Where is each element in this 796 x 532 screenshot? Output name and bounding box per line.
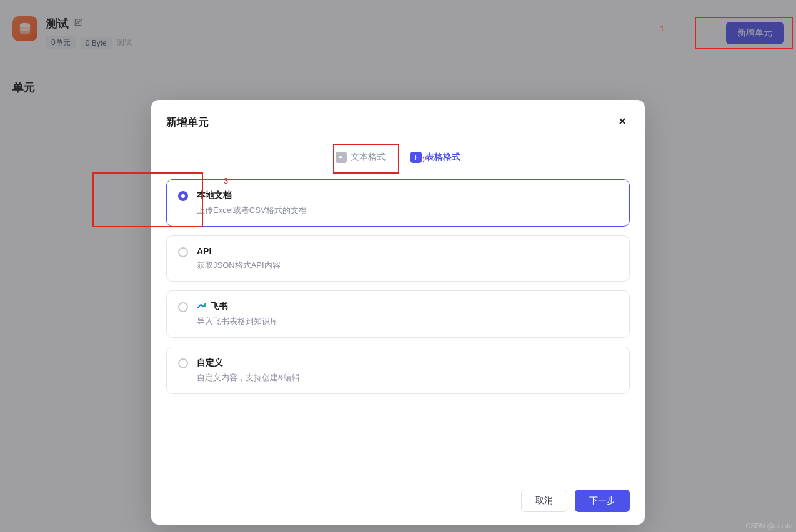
tab-text-format[interactable]: 文本格式: [329, 148, 392, 167]
watermark: CSDN @ainnle: [745, 522, 792, 530]
option-desc: 自定义内容，支持创建&编辑: [197, 372, 300, 383]
add-unit-modal: 新增单元 文本格式 | 表格格式: [151, 100, 645, 525]
option-body: 自定义 自定义内容，支持创建&编辑: [197, 357, 300, 383]
source-options: 本地文档 上传Excel或者CSV格式的文档 API 获取JSON格式API内容…: [151, 179, 645, 481]
svg-rect-2: [414, 155, 419, 160]
table-format-icon: [410, 152, 422, 163]
tab-table-format[interactable]: 表格格式: [404, 148, 467, 167]
option-local-doc[interactable]: 本地文档 上传Excel或者CSV格式的文档: [166, 179, 630, 227]
tab-table-label: 表格格式: [425, 152, 460, 163]
cancel-button[interactable]: 取消: [521, 490, 567, 512]
radio-custom[interactable]: [178, 358, 188, 368]
option-body: API 获取JSON格式API内容: [197, 246, 281, 271]
modal-title: 新增单元: [166, 115, 209, 129]
modal-footer: 取消 下一步: [151, 481, 645, 515]
format-tabs: 文本格式 | 表格格式: [151, 137, 645, 179]
option-feishu[interactable]: 飞书 导入飞书表格到知识库: [166, 290, 630, 338]
tab-text-label: 文本格式: [351, 152, 386, 163]
option-title: 本地文档: [197, 190, 232, 201]
option-api[interactable]: API 获取JSON格式API内容: [166, 235, 630, 282]
radio-feishu[interactable]: [178, 302, 188, 312]
modal-header: 新增单元: [151, 100, 645, 137]
modal-backdrop: 新增单元 文本格式 | 表格格式: [0, 0, 796, 532]
tab-separator: |: [397, 152, 399, 163]
feishu-icon: [197, 302, 207, 312]
option-desc: 获取JSON格式API内容: [197, 260, 281, 271]
next-button[interactable]: 下一步: [575, 490, 630, 512]
option-body: 本地文档 上传Excel或者CSV格式的文档: [197, 190, 307, 216]
option-title: API: [197, 246, 211, 256]
option-custom[interactable]: 自定义 自定义内容，支持创建&编辑: [166, 347, 630, 394]
radio-api[interactable]: [178, 247, 188, 257]
option-desc: 上传Excel或者CSV格式的文档: [197, 205, 307, 216]
close-button[interactable]: [615, 112, 630, 132]
radio-local-doc[interactable]: [178, 191, 188, 201]
option-desc: 导入飞书表格到知识库: [197, 316, 278, 327]
option-title: 自定义: [197, 357, 223, 368]
option-body: 飞书 导入飞书表格到知识库: [197, 301, 278, 327]
text-format-icon: [336, 152, 347, 163]
option-title: 飞书: [211, 301, 228, 312]
